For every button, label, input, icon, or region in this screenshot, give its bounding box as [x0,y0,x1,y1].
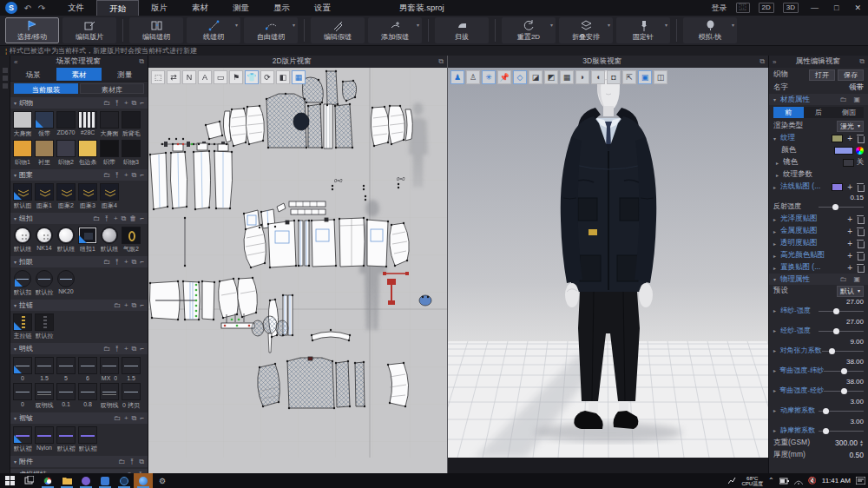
section-header-拉链[interactable]: ▾拉链🗀+⧉⌐ [10,300,148,311]
material-thumbnail[interactable] [57,227,75,244]
pin-mode-icon[interactable]: 📌 [497,70,511,84]
slider-knob[interactable] [829,348,835,354]
expand-slider-icon[interactable]: ▸ [773,327,779,333]
expand-slider-icon[interactable]: ▸ [773,367,778,373]
material-thumbnail[interactable] [122,357,141,374]
import-icon[interactable]: ⭱ [114,343,121,354]
material-thumbnail[interactable] [13,313,32,331]
section-collapse-icon[interactable]: ▾ [14,302,16,308]
ribbon-simulate-button[interactable]: 模拟-快▾ [683,17,737,43]
menu-显示[interactable]: 显示 [261,0,302,16]
expand-map-icon[interactable]: ▸ [773,216,779,222]
material-item[interactable]: 0 [13,357,32,381]
expand-specular-icon[interactable]: ▸ [776,160,781,166]
app-logo-icon[interactable]: S [5,2,17,14]
material-save-icon[interactable]: ▣ [850,96,864,103]
corner-icon[interactable]: ⌐ [140,169,144,181]
sleeve-pattern-pieces-left[interactable] [223,106,264,146]
section-collapse-icon[interactable]: ▾ [14,100,16,106]
section-header-图案[interactable]: ▾图案🗀⭱+⧉⌐ [10,169,148,181]
import-icon[interactable]: ⭱ [114,169,121,181]
login-button[interactable]: 登录 [712,3,727,14]
dropdown-caret-icon[interactable]: ▾ [550,22,553,28]
material-item[interactable]: 后背毛 [122,111,141,138]
slider-track[interactable] [819,307,864,314]
material-item[interactable]: #28C [78,111,97,138]
ribbon-pin-button[interactable]: 固定针▾ [616,17,670,43]
material-item[interactable]: 图案2 [56,183,76,210]
material-item[interactable]: 大身面 [100,111,119,138]
material-thumbnail[interactable] [13,111,32,129]
material-item[interactable]: 图案4 [100,183,119,210]
map-add-icon[interactable]: + [847,214,852,224]
expand-slider-icon[interactable]: ▸ [773,407,779,413]
folder-icon[interactable]: 🗀 [103,169,110,181]
slider-track[interactable] [819,407,864,414]
slider-track[interactable] [824,387,864,394]
material-item[interactable]: 织物1 [13,140,32,167]
specular-swatch[interactable] [843,159,854,167]
ribbon-press-button[interactable]: 归拔 [435,17,489,43]
layout-2d-button[interactable]: 2D [759,3,774,13]
mannequin-render[interactable] [448,68,768,458]
copy-icon[interactable]: ⧉ [132,300,137,311]
map-delete-icon[interactable] [857,264,864,272]
preset-dropdown[interactable]: 默认▾ [837,286,864,297]
section-header-附件[interactable]: ▾附件🗀⭱⧉ [10,456,148,467]
task-view-button[interactable] [19,473,38,488]
material-thumbnail[interactable] [100,357,119,374]
material-thumbnail[interactable] [35,183,54,201]
folder-icon[interactable]: 🗀 [103,256,110,267]
material-thumbnail[interactable] [36,270,53,287]
copy-icon[interactable]: ⧉ [122,213,127,224]
section-collapse-icon[interactable]: ▾ [14,215,16,221]
normal-map-delete-icon[interactable] [857,183,864,191]
folder-icon[interactable]: 🗀 [114,412,121,424]
map-delete-icon[interactable] [857,240,864,247]
texture-swatch[interactable] [832,135,843,142]
plus-icon[interactable]: + [124,97,128,109]
material-item[interactable]: 图案1 [35,183,54,210]
cpu-temp-indicator[interactable]: 68°CCPU温度 [741,476,763,486]
material-item[interactable]: 默认纽 [13,227,32,254]
subtab-素材库[interactable]: 素材库 [80,83,144,94]
material-thumbnail[interactable] [13,383,32,400]
subtab-当前服装[interactable]: 当前服装 [14,83,78,94]
material-item[interactable]: 织带 [100,140,119,167]
app-blue-icon[interactable] [95,473,115,488]
plus-icon[interactable]: + [124,412,128,424]
material-thumbnail[interactable] [78,111,97,129]
slider-track[interactable] [822,347,864,354]
expand-panel-icon[interactable]: » [769,58,779,66]
material-item[interactable]: 0 拷贝 [122,383,141,410]
app-dark-icon[interactable] [115,473,134,488]
material-item[interactable]: 默认纽 [100,227,119,254]
section-header-明线[interactable]: ▾明线🗀⭱+⧉⌐ [10,343,148,354]
material-item[interactable]: 衬里 [35,140,54,167]
expand-slider-icon[interactable]: ▸ [773,347,779,353]
section-header-纽扣[interactable]: ▾纽扣🗀⭱+⧉🗑⌐ [10,213,148,224]
name-value[interactable]: 领带 [849,82,864,93]
corner-icon[interactable]: ⌐ [140,412,144,424]
collapse-texture-icon[interactable]: ▾ [773,135,779,142]
section-collapse-icon[interactable]: ▾ [14,458,16,465]
material-thumbnail[interactable] [14,270,31,287]
folder-icon[interactable]: 🗀 [114,300,121,311]
expand-slider-icon[interactable]: ▸ [773,307,779,313]
avatar-show-icon[interactable]: ♟ [450,70,464,84]
material-thumbnail[interactable] [56,183,76,201]
volume-muted-icon[interactable]: 🔇 [808,477,817,485]
color-picker-icon[interactable] [856,147,864,155]
garment-back-icon[interactable]: ◩ [544,70,558,84]
copy-icon[interactable]: ⧉ [132,343,137,354]
monitor-tool-icon[interactable] [728,477,736,485]
material-item[interactable]: 图案3 [78,183,97,210]
material-item[interactable]: 主拉链 [13,313,32,340]
material-item[interactable]: 纽扣1 [78,227,97,254]
material-thumbnail[interactable] [35,111,54,129]
side-tab-后[interactable]: 后 [804,107,834,118]
minimize-button[interactable]: — [807,3,822,12]
copy-icon[interactable]: ⧉ [132,97,137,109]
slider-knob[interactable] [823,408,829,414]
material-item[interactable]: 默认拉 [35,270,54,297]
